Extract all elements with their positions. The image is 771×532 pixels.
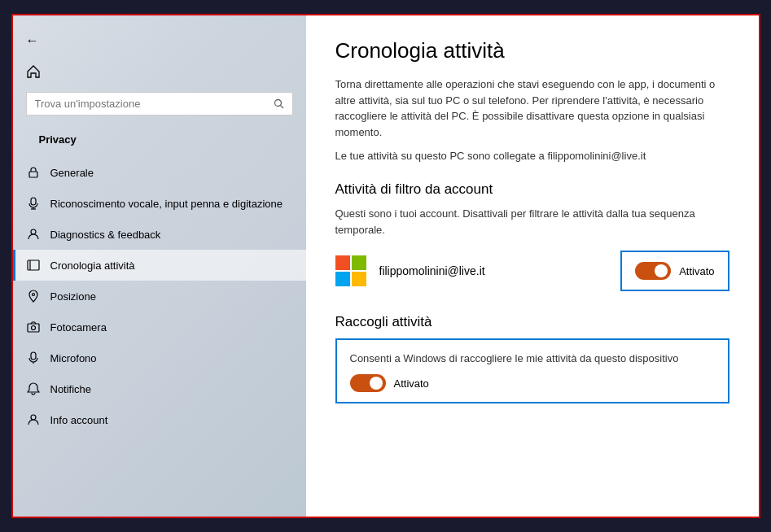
svg-line-1 xyxy=(280,106,283,109)
person-alt-icon xyxy=(26,227,41,242)
privacy-section-label: Privacy xyxy=(26,129,293,150)
sidebar-item-fotocamera[interactable]: Fotocamera xyxy=(13,312,306,342)
sidebar-item-notifiche-label: Notifiche xyxy=(50,383,92,395)
history-icon xyxy=(26,258,41,273)
account-email: filippomolinini@live.it xyxy=(379,264,608,277)
page-title: Cronologia attività xyxy=(335,38,729,63)
lock-icon xyxy=(26,165,41,180)
sidebar-item-info-account-label: Info account xyxy=(50,414,108,426)
sidebar-item-info-account[interactable]: Info account xyxy=(13,404,306,435)
toggle-knob xyxy=(655,264,668,277)
account-row: filippomolinini@live.it Attivato xyxy=(335,251,729,291)
search-box[interactable] xyxy=(26,92,293,116)
sidebar-item-posizione[interactable]: Posizione xyxy=(13,281,306,312)
account-toggle-row: Attivato xyxy=(635,262,714,280)
filtro-section-desc: Questi sono i tuoi account. Disattivali … xyxy=(335,206,729,238)
sidebar-item-generale[interactable]: Generale xyxy=(13,157,306,188)
linked-account-text: Le tue attività su questo PC sono colleg… xyxy=(335,150,729,162)
svg-point-0 xyxy=(274,100,281,107)
raccolta-description: Consenti a Windows di raccogliere le mie… xyxy=(350,351,715,366)
svg-point-9 xyxy=(32,294,34,296)
raccolta-toggle-knob xyxy=(370,377,383,390)
sidebar-item-diagnostics[interactable]: Diagnostics & feedback xyxy=(13,219,306,250)
account-toggle-box: Attivato xyxy=(620,251,729,291)
raccolta-toggle-row: Attivato xyxy=(350,374,715,392)
back-button[interactable]: ← xyxy=(26,30,39,51)
svg-rect-2 xyxy=(29,172,37,177)
sidebar-item-cronologia-label: Cronologia attività xyxy=(50,259,135,272)
mic-alt-icon xyxy=(26,196,41,211)
bell-icon xyxy=(26,382,41,396)
sidebar-item-microfono-label: Microfono xyxy=(50,352,97,364)
sidebar-item-cronologia[interactable]: Cronologia attività xyxy=(13,250,306,281)
sidebar-item-diagnostics-label: Diagnostics & feedback xyxy=(50,229,161,241)
raccogli-section-heading: Raccogli attività xyxy=(335,314,729,330)
raccolta-toggle[interactable] xyxy=(350,374,386,392)
ms-logo-green xyxy=(352,255,366,270)
person-icon xyxy=(26,412,41,427)
account-toggle[interactable] xyxy=(635,262,671,280)
home-icon xyxy=(26,64,41,79)
svg-point-6 xyxy=(31,229,36,234)
filtro-section-heading: Attività di filtro da account xyxy=(335,181,729,198)
ms-logo-yellow xyxy=(352,272,366,286)
raccolta-toggle-label: Attivato xyxy=(394,377,429,390)
sidebar-item-fotocamera-label: Fotocamera xyxy=(50,321,107,334)
back-arrow-icon: ← xyxy=(26,33,39,48)
main-description: Torna direttamente alle operazioni che s… xyxy=(335,76,729,140)
ms-logo-blue xyxy=(335,272,350,286)
account-toggle-label: Attivato xyxy=(679,265,714,277)
camera-icon xyxy=(26,320,41,334)
sidebar-item-notifiche[interactable]: Notifiche xyxy=(13,373,306,404)
raccolta-box: Consenti a Windows di raccogliere le mie… xyxy=(335,338,729,403)
svg-rect-12 xyxy=(31,352,36,360)
sidebar-item-riconoscimento-label: Riconoscimento vocale, input penna e dig… xyxy=(50,198,283,210)
svg-point-14 xyxy=(31,415,36,420)
ms-logo-red xyxy=(335,255,350,270)
svg-point-11 xyxy=(31,326,35,330)
search-input[interactable] xyxy=(35,98,274,110)
svg-rect-7 xyxy=(28,260,39,270)
sidebar-item-microfono[interactable]: Microfono xyxy=(13,342,306,373)
svg-rect-3 xyxy=(31,198,36,205)
search-icon xyxy=(274,98,284,109)
sidebar-item-riconoscimento[interactable]: Riconoscimento vocale, input penna e dig… xyxy=(13,188,306,219)
microsoft-logo xyxy=(335,255,366,286)
location-icon xyxy=(26,289,41,303)
sidebar-item-generale-label: Generale xyxy=(50,167,94,179)
mic-icon xyxy=(26,351,41,365)
sidebar: ← xyxy=(13,15,306,517)
sidebar-item-posizione-label: Posizione xyxy=(50,290,96,303)
main-content: Cronologia attività Torna direttamente a… xyxy=(306,15,759,517)
svg-rect-10 xyxy=(28,324,39,332)
home-button[interactable] xyxy=(26,61,41,82)
